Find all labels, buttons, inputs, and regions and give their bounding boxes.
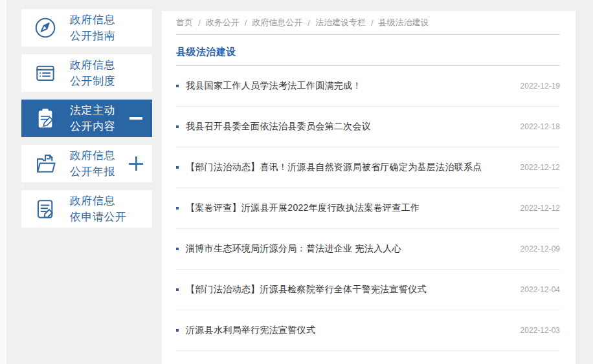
page: { "colors": { "page_bg": "#f0f0f1", "pan…: [0, 0, 593, 364]
main-content-panel: 首页 / 政务公开 / 政府信息公开 / 法治建设专栏 / 县级法治建设 县级法…: [162, 11, 576, 364]
bullet-icon: [176, 166, 179, 169]
article-row[interactable]: 【部门法治动态】喜讯！沂源县自然资源局被省厅确定为基层法治联系点 2022-12…: [176, 147, 560, 188]
article-date: 2022-12-03: [520, 326, 560, 335]
article-row[interactable]: 【部门法治动态】沂源县检察院举行全体干警宪法宣誓仪式 2022-12-04: [176, 270, 560, 310]
article-date: 2022-12-19: [520, 81, 560, 91]
breadcrumb-separator: /: [371, 18, 374, 28]
article-date: 2022-12-09: [520, 244, 560, 253]
sidebar-item-label: 政府信息 公开年报: [70, 147, 115, 180]
sidebar-item-annual-report[interactable]: 政府信息 公开年报: [21, 145, 152, 182]
sidebar-item-disclosure-on-request[interactable]: 政府信息 依申请公开: [21, 190, 152, 228]
breadcrumb-zhengwu-gongkai[interactable]: 政务公开: [206, 17, 240, 28]
sidebar-item-label: 政府信息 依申请公开: [70, 193, 127, 225]
collapse-icon[interactable]: [128, 111, 144, 126]
article-link[interactable]: 我县国家工作人员学法考法工作圆满完成！: [186, 80, 513, 92]
bullet-icon: [176, 248, 179, 250]
article-link[interactable]: 淄博市生态环境局沂源分局：普法进企业 宪法入人心: [186, 243, 513, 255]
sidebar-item-label: 法定主动 公开内容: [70, 102, 115, 134]
document-pen-icon: [33, 197, 58, 221]
article-list: 我县国家工作人员学法考法工作圆满完成！ 2022-12-19 我县召开县委全面依…: [176, 66, 560, 351]
article-link[interactable]: 沂源县水利局举行宪法宣誓仪式: [186, 325, 513, 336]
document-list-icon: [33, 61, 58, 85]
breadcrumb-home[interactable]: 首页: [176, 17, 193, 28]
breadcrumb: 首页 / 政务公开 / 政府信息公开 / 法治建设专栏 / 县级法治建设: [176, 11, 560, 35]
article-link[interactable]: 我县召开县委全面依法治县委员会第二次会议: [186, 121, 513, 133]
folder-document-icon: [33, 151, 58, 176]
bullet-icon: [176, 85, 179, 87]
article-date: 2022-12-12: [520, 163, 560, 172]
compass-icon: [33, 16, 58, 40]
article-row[interactable]: 我县国家工作人员学法考法工作圆满完成！ 2022-12-19: [176, 66, 560, 107]
article-date: 2022-12-04: [520, 285, 560, 294]
breadcrumb-separator: /: [245, 18, 247, 28]
sidebar-item-statutory-disclosure[interactable]: 法定主动 公开内容: [21, 100, 152, 137]
breadcrumb-separator: /: [198, 18, 201, 28]
breadcrumb-rule-of-law-column[interactable]: 法治建设专栏: [315, 17, 366, 28]
article-date: 2022-12-18: [520, 122, 560, 131]
bullet-icon: [176, 125, 179, 128]
page-left-margin-strip: [0, 0, 6, 364]
breadcrumb-separator: /: [308, 18, 310, 28]
sidebar-item-label: 政府信息 公开制度: [70, 57, 115, 89]
sidebar: 政府信息 公开指南 政府信息 公开制度: [21, 9, 152, 235]
article-row[interactable]: 淄博市生态环境局沂源分局：普法进企业 宪法入人心 2022-12-09: [176, 229, 560, 270]
bullet-icon: [176, 288, 179, 291]
sidebar-item-gov-info-system[interactable]: 政府信息 公开制度: [21, 54, 152, 92]
breadcrumb-current-page: 县级法治建设: [379, 17, 429, 28]
article-row[interactable]: 我县召开县委全面依法治县委员会第二次会议 2022-12-18: [176, 107, 560, 147]
article-row[interactable]: 沂源县水利局举行宪法宣誓仪式 2022-12-03: [176, 310, 560, 351]
bullet-icon: [176, 329, 179, 332]
page-title: 县级法治建设: [176, 35, 560, 66]
bullet-icon: [176, 207, 179, 209]
clipboard-pen-icon: [33, 106, 58, 131]
article-row[interactable]: 【案卷评查】沂源县开展2022年度行政执法案卷评查工作 2022-12-12: [176, 188, 560, 229]
expand-icon[interactable]: [128, 156, 144, 171]
article-link[interactable]: 【案卷评查】沂源县开展2022年度行政执法案卷评查工作: [186, 202, 513, 214]
article-link[interactable]: 【部门法治动态】沂源县检察院举行全体干警宪法宣誓仪式: [186, 284, 513, 295]
sidebar-item-label: 政府信息 公开指南: [70, 12, 115, 44]
sidebar-item-gov-info-guide[interactable]: 政府信息 公开指南: [21, 9, 152, 47]
breadcrumb-gov-info-disclosure[interactable]: 政府信息公开: [252, 17, 302, 28]
article-link[interactable]: 【部门法治动态】喜讯！沂源县自然资源局被省厅确定为基层法治联系点: [186, 162, 513, 173]
article-date: 2022-12-12: [520, 204, 560, 213]
